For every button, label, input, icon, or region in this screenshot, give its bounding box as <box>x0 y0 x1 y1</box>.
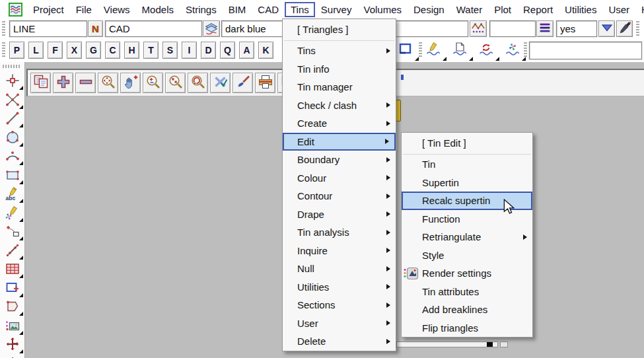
model-select-button[interactable] <box>203 20 220 37</box>
zoom-shrink-button[interactable] <box>165 73 186 93</box>
menubar-item-design[interactable]: Design <box>408 2 450 17</box>
menu-item-tin[interactable]: Tin <box>402 155 532 174</box>
create-polygon-tool[interactable] <box>5 299 20 314</box>
horizontal-scrollbar[interactable] <box>396 341 498 347</box>
menu-item-colour[interactable]: Colour <box>283 169 396 188</box>
menu-item-sections[interactable]: Sections <box>283 296 396 314</box>
tin-toolbar-grip-2[interactable] <box>524 42 527 58</box>
menubar-item-plot[interactable]: Plot <box>488 2 517 17</box>
snap-intersection-tool[interactable] <box>5 92 20 108</box>
menu-item-retriangulate[interactable]: Retriangulate <box>402 228 532 246</box>
create-rectangle-tool[interactable] <box>5 167 20 183</box>
menu-item-utilities[interactable]: Utilities <box>283 278 396 297</box>
delete-view-button[interactable] <box>210 73 231 93</box>
snap-button-l[interactable]: L <box>28 42 44 59</box>
menubar-item-user[interactable]: User <box>602 2 635 17</box>
tin-render-tool[interactable] <box>505 41 523 59</box>
snap-button-k[interactable]: K <box>258 42 273 59</box>
menu-item-null[interactable]: Null <box>283 260 396 278</box>
menu-item-boundary[interactable]: Boundary <box>283 151 396 169</box>
weight-select-button[interactable] <box>536 20 554 37</box>
snap-button-t[interactable]: T <box>143 42 159 59</box>
plot-button[interactable] <box>255 73 275 93</box>
snap-button-i[interactable]: I <box>182 42 197 59</box>
snap-button-d[interactable]: D <box>201 42 216 59</box>
measure-tool[interactable] <box>5 242 20 258</box>
tin-recalc-tool[interactable] <box>478 41 497 59</box>
weight-field[interactable] <box>489 20 536 37</box>
menu-item-delete[interactable]: Delete <box>283 332 396 351</box>
attribute-toolbar-end-grip[interactable] <box>636 21 639 37</box>
menubar-item-water[interactable]: Water <box>450 2 488 17</box>
menu-item-user[interactable]: User <box>283 314 396 333</box>
menubar-item-volumes[interactable]: Volumes <box>357 2 408 17</box>
create-symbol-tool[interactable] <box>5 205 20 221</box>
menubar-item-tins[interactable]: Tins <box>285 2 315 17</box>
menu-item-drape[interactable]: Drape <box>283 205 396 224</box>
breakline-dropdown-button[interactable] <box>598 20 615 37</box>
tin-sheet-tool[interactable] <box>452 41 470 59</box>
tin-toolbar-grip[interactable] <box>419 42 422 58</box>
translate-tool[interactable] <box>5 336 20 352</box>
attribute-pick-button[interactable] <box>616 20 633 37</box>
scrollbar-thumb[interactable] <box>487 342 493 347</box>
menubar-item-models[interactable]: Models <box>136 2 180 17</box>
menu-item-inquire[interactable]: Inquire <box>283 242 396 260</box>
zoom-out-button[interactable] <box>75 73 96 93</box>
menu-item-tins[interactable]: Tins <box>283 42 396 60</box>
snap-point-tool[interactable] <box>5 73 20 89</box>
menubar-item-utilities[interactable]: Utilities <box>559 2 602 17</box>
pan-button[interactable] <box>120 73 141 93</box>
insert-image-tool[interactable] <box>5 318 20 334</box>
snap-button-a[interactable]: A <box>239 42 254 59</box>
menu-item-flip-triangles[interactable]: Flip triangles <box>402 319 532 338</box>
draw-toolbar-grip[interactable] <box>3 65 21 68</box>
snap-button-f[interactable]: F <box>48 42 63 59</box>
name-field[interactable] <box>9 20 87 37</box>
menu-item-style[interactable]: Style <box>402 246 532 265</box>
menubar-item-strings[interactable]: Strings <box>180 2 223 17</box>
menu-item-check-clash[interactable]: Check / clash <box>283 96 396 115</box>
zoom-plusminus-button[interactable] <box>143 73 163 93</box>
menubar-item-project[interactable]: Project <box>27 2 70 17</box>
snap-button-p[interactable]: P <box>9 42 24 59</box>
redraw-button[interactable] <box>233 73 253 93</box>
snap-button-h[interactable]: H <box>124 42 139 59</box>
create-text-tool[interactable]: abc <box>5 186 20 201</box>
menubar-item-he[interactable]: He <box>635 2 644 17</box>
cascade-views-button[interactable] <box>30 73 51 93</box>
menu-item-edit[interactable]: Edit <box>283 133 396 151</box>
zoom-extent-button[interactable] <box>98 73 118 93</box>
menubar-item-cad[interactable]: CAD <box>252 2 285 17</box>
snap-button-s[interactable]: S <box>162 42 178 59</box>
menu-item-add-breaklines[interactable]: Add breaklines <box>402 301 532 319</box>
zoom-in-button[interactable] <box>53 73 73 93</box>
create-circle-tool[interactable] <box>5 129 20 145</box>
snap-button-g[interactable]: G <box>86 42 101 59</box>
view-window-tool[interactable] <box>5 280 20 296</box>
tin-edit-tool[interactable] <box>425 41 444 59</box>
snap-button-q[interactable]: Q <box>220 42 235 59</box>
create-arc-tool[interactable] <box>5 148 20 164</box>
linestyle-select-button[interactable] <box>470 20 487 37</box>
command-field[interactable] <box>529 42 642 59</box>
menu-item-supertin[interactable]: Supertin <box>402 174 532 192</box>
menubar-item-survey[interactable]: Survey <box>315 2 358 17</box>
breakline-field[interactable] <box>556 20 597 37</box>
snap-star-tool[interactable] <box>5 355 20 358</box>
snap-toolbar-grip[interactable] <box>2 42 5 58</box>
menu-item-tin-attributes[interactable]: Tin attributes <box>402 283 532 301</box>
name-type-button[interactable]: N <box>88 20 103 37</box>
menu-item-tin-analysis[interactable]: Tin analysis <box>283 223 396 242</box>
create-point-tool[interactable] <box>5 223 20 239</box>
menu-item-contour[interactable]: Contour <box>283 187 396 205</box>
zoom-previous-button[interactable] <box>188 73 208 93</box>
menubar-item-file[interactable]: File <box>70 2 98 17</box>
create-line-tool[interactable] <box>5 110 20 126</box>
snap-button-c[interactable]: C <box>105 42 120 59</box>
menu-item-tin-info[interactable]: Tin info <box>283 60 396 79</box>
menu-item-tin-manager[interactable]: Tin manager <box>283 78 396 96</box>
menu-item-create[interactable]: Create <box>283 114 396 133</box>
menu-item-render-settings[interactable]: Render settings <box>402 264 532 283</box>
grid-tool[interactable] <box>5 261 20 277</box>
